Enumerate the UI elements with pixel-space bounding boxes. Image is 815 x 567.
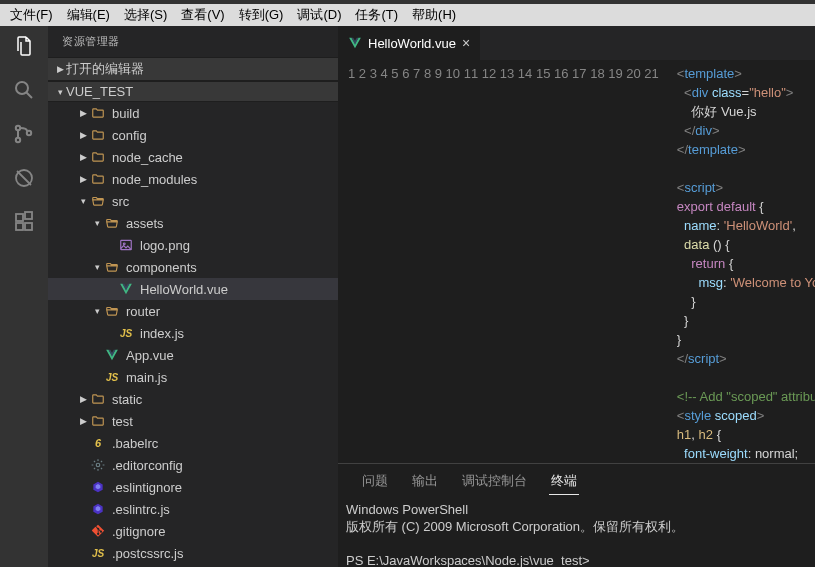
file-icon: JS	[90, 545, 106, 561]
source-control-icon[interactable]	[12, 122, 36, 146]
file-tree: ▶build▶config▶node_cache▶node_modules▾sr…	[48, 102, 338, 567]
tree-item-src[interactable]: ▾src	[48, 190, 338, 212]
svg-point-2	[16, 138, 20, 142]
twisty-icon: ▾	[90, 218, 104, 228]
tree-item-label: App.vue	[126, 348, 330, 363]
tab-bar: HelloWorld.vue ×	[338, 26, 815, 60]
file-icon	[90, 193, 106, 209]
menu-file[interactable]: 文件(F)	[4, 4, 59, 26]
file-icon	[90, 479, 106, 495]
tree-item-label: src	[112, 194, 330, 209]
panel-tabs: 问题 输出 调试控制台 终端	[338, 464, 815, 499]
tree-item-label: .babelrc	[112, 436, 330, 451]
close-icon[interactable]: ×	[462, 35, 470, 51]
tab-label: HelloWorld.vue	[368, 36, 456, 51]
tree-item--postcssrc-js[interactable]: JS.postcssrc.js	[48, 542, 338, 564]
file-icon: 6	[90, 435, 106, 451]
tree-item-assets[interactable]: ▾assets	[48, 212, 338, 234]
chevron-down-icon: ▾	[54, 87, 66, 97]
tree-item-label: node_cache	[112, 150, 330, 165]
menu-edit[interactable]: 编辑(E)	[61, 4, 116, 26]
file-icon	[104, 259, 120, 275]
menu-debug[interactable]: 调试(D)	[291, 4, 347, 26]
panel-tab-output[interactable]: 输出	[410, 468, 440, 495]
extensions-icon[interactable]	[12, 210, 36, 234]
tree-item-label: .gitignore	[112, 524, 330, 539]
tree-item-label: static	[112, 392, 330, 407]
svg-rect-5	[16, 214, 23, 221]
tree-item-label: config	[112, 128, 330, 143]
file-icon: JS	[118, 325, 134, 341]
file-icon	[90, 457, 106, 473]
tree-item-App-vue[interactable]: App.vue	[48, 344, 338, 366]
tab-helloworld[interactable]: HelloWorld.vue ×	[338, 26, 481, 60]
tree-item-label: node_modules	[112, 172, 330, 187]
menu-goto[interactable]: 转到(G)	[233, 4, 290, 26]
twisty-icon: ▶	[76, 108, 90, 118]
code-body[interactable]: <template> <div class="hello"> 你好 Vue.js…	[677, 60, 815, 463]
tree-item-label: main.js	[126, 370, 330, 385]
panel-tab-terminal[interactable]: 终端	[549, 468, 579, 495]
tree-item--eslintrc-js[interactable]: .eslintrc.js	[48, 498, 338, 520]
tree-item-build[interactable]: ▶build	[48, 102, 338, 124]
menu-select[interactable]: 选择(S)	[118, 4, 173, 26]
sidebar: 资源管理器 ▶打开的编辑器 ▾VUE_TEST ▶build▶config▶no…	[48, 26, 338, 567]
debug-icon[interactable]	[12, 166, 36, 190]
tree-item-logo-png[interactable]: logo.png	[48, 234, 338, 256]
tree-item-label: build	[112, 106, 330, 121]
tree-item-node_modules[interactable]: ▶node_modules	[48, 168, 338, 190]
search-icon[interactable]	[12, 78, 36, 102]
tree-item-label: logo.png	[140, 238, 330, 253]
panel: 问题 输出 调试控制台 终端 Windows PowerShell 版权所有 (…	[338, 463, 815, 567]
open-editors-header[interactable]: ▶打开的编辑器	[48, 57, 338, 81]
svg-point-0	[16, 82, 28, 94]
sidebar-title: 资源管理器	[48, 26, 338, 57]
tree-item-HelloWorld-vue[interactable]: HelloWorld.vue	[48, 278, 338, 300]
tree-item--editorconfig[interactable]: .editorconfig	[48, 454, 338, 476]
svg-rect-7	[25, 223, 32, 230]
project-header[interactable]: ▾VUE_TEST	[48, 81, 338, 102]
twisty-icon: ▶	[76, 174, 90, 184]
panel-tab-problems[interactable]: 问题	[360, 468, 390, 495]
explorer-icon[interactable]	[12, 34, 36, 58]
menu-task[interactable]: 任务(T)	[349, 4, 404, 26]
tree-item--gitignore[interactable]: .gitignore	[48, 520, 338, 542]
editor-group: HelloWorld.vue × 1 2 3 4 5 6 7 8 9 10 11…	[338, 26, 815, 567]
file-icon	[90, 149, 106, 165]
tree-item-node_cache[interactable]: ▶node_cache	[48, 146, 338, 168]
svg-point-10	[123, 243, 125, 245]
tree-item--babelrc[interactable]: 6.babelrc	[48, 432, 338, 454]
file-icon	[90, 105, 106, 121]
tree-item-label: .eslintrc.js	[112, 502, 330, 517]
chevron-right-icon: ▶	[54, 64, 66, 74]
tree-item-router[interactable]: ▾router	[48, 300, 338, 322]
twisty-icon: ▶	[76, 152, 90, 162]
term-line: Windows PowerShell	[346, 502, 468, 517]
file-icon	[90, 171, 106, 187]
panel-tab-debug[interactable]: 调试控制台	[460, 468, 529, 495]
menu-view[interactable]: 查看(V)	[175, 4, 230, 26]
tree-item-components[interactable]: ▾components	[48, 256, 338, 278]
twisty-icon: ▶	[76, 394, 90, 404]
file-icon	[90, 413, 106, 429]
tree-item-label: .editorconfig	[112, 458, 330, 473]
code-editor[interactable]: 1 2 3 4 5 6 7 8 9 10 11 12 13 14 15 16 1…	[338, 60, 815, 463]
tree-item-label: assets	[126, 216, 330, 231]
term-prompt: PS E:\JavaWorkspaces\Node.js\vue_test>	[346, 553, 590, 567]
tree-item-main-js[interactable]: JSmain.js	[48, 366, 338, 388]
tree-item-test[interactable]: ▶test	[48, 410, 338, 432]
file-icon: JS	[104, 369, 120, 385]
svg-rect-6	[16, 223, 23, 230]
menu-help[interactable]: 帮助(H)	[406, 4, 462, 26]
tree-item-config[interactable]: ▶config	[48, 124, 338, 146]
file-icon	[104, 215, 120, 231]
term-line: 版权所有 (C) 2009 Microsoft Corporation。保留所有…	[346, 519, 684, 534]
terminal[interactable]: Windows PowerShell 版权所有 (C) 2009 Microso…	[338, 499, 815, 567]
tree-item-static[interactable]: ▶static	[48, 388, 338, 410]
tree-item--eslintignore[interactable]: .eslintignore	[48, 476, 338, 498]
file-icon	[104, 347, 120, 363]
tree-item-label: index.js	[140, 326, 330, 341]
tree-item-label: HelloWorld.vue	[140, 282, 330, 297]
tree-item-index-js[interactable]: JSindex.js	[48, 322, 338, 344]
file-icon	[118, 237, 134, 253]
